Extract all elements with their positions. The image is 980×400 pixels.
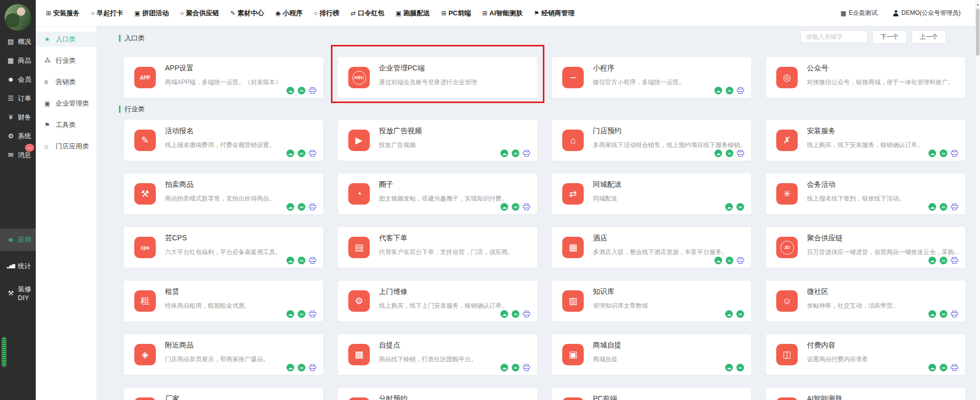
- topnav-item-AI智能测肤[interactable]: ⊞AI智能测肤: [482, 9, 522, 18]
- sidebar-item-订单[interactable]: ☰订单: [0, 89, 36, 108]
- cloud-download-icon[interactable]: ☁: [286, 310, 294, 318]
- cloud-download-icon[interactable]: ☁: [725, 364, 733, 371]
- link-icon[interactable]: ∞: [298, 310, 305, 318]
- cloud-download-icon[interactable]: ☁: [286, 203, 294, 211]
- link-icon[interactable]: ∞: [298, 364, 305, 371]
- browser-scrollbar[interactable]: ▲: [975, 0, 980, 400]
- app-card-活动报名[interactable]: ✎活动报名线上报名缴纳费用，付费金额营销设置。☁∞: [124, 120, 323, 161]
- prev-button[interactable]: 上一个: [912, 30, 946, 44]
- printer-icon[interactable]: [523, 204, 530, 210]
- search-input[interactable]: [800, 30, 868, 43]
- topnav-item-口令红包[interactable]: ⇄口令红包: [351, 9, 385, 18]
- avatar[interactable]: [5, 4, 31, 31]
- cloud-download-icon[interactable]: ☁: [286, 257, 294, 264]
- topnav-item-跑腿配送[interactable]: ▣跑腿配送: [396, 9, 430, 18]
- app-card-PC前端[interactable]: PCPC前端: [552, 388, 751, 400]
- link-icon[interactable]: ∞: [940, 203, 947, 211]
- link-icon[interactable]: ∞: [512, 203, 519, 211]
- link-icon[interactable]: ∞: [512, 149, 519, 157]
- cloud-download-icon[interactable]: ☁: [928, 149, 936, 157]
- user-menu[interactable]: DEMO(公众号管理员): [893, 9, 961, 17]
- catnav-item-门店应用类[interactable]: ⌂门店应用类: [36, 139, 97, 154]
- link-icon[interactable]: ∞: [940, 149, 947, 157]
- catnav-item-企业管理类[interactable]: ▣企业管理类: [36, 96, 97, 111]
- sidebar-item-应用[interactable]: ❖应用: [0, 229, 36, 251]
- sidebar-item-商品[interactable]: ▦商品: [0, 51, 36, 70]
- printer-icon[interactable]: [309, 257, 316, 264]
- link-icon[interactable]: ∞: [298, 203, 305, 211]
- printer-icon[interactable]: [951, 311, 958, 317]
- link-icon[interactable]: ∞: [298, 149, 305, 157]
- link-icon[interactable]: ∞: [298, 257, 305, 264]
- app-card-门店预约[interactable]: ⌂门店预约多商家线下活动组合销售，线上预约项目线下服务核销。☁∞: [552, 120, 751, 161]
- app-card-APP设置[interactable]: APPAPP设置商城APP端，多端统一运营。（封装版本）☁∞: [124, 57, 323, 98]
- cloud-download-icon[interactable]: ☁: [725, 203, 733, 211]
- app-card-投放广告视频[interactable]: ▶投放广告视频投放广告视频☁∞: [338, 120, 537, 161]
- app-card-芸CPS[interactable]: cps芸CPS六大平台红包福利，平台必备高返佣工具。☁∞: [124, 227, 323, 268]
- cloud-download-icon[interactable]: ☁: [725, 310, 733, 318]
- app-card-上门维修[interactable]: ⚙上门维修线上购买，线下上门安装服务，核销确认订单。☁∞: [338, 281, 537, 321]
- printer-icon[interactable]: [523, 364, 530, 371]
- sidebar-item-统计[interactable]: ▂▅▇统计: [0, 257, 36, 276]
- cloud-download-icon[interactable]: ☁: [714, 257, 722, 264]
- app-card-聚合供应链[interactable]: JD聚合供应链百万货源供应一键进货，自营商品一键推送云仓，采购...☁∞: [766, 227, 965, 268]
- app-card-付费内容[interactable]: ◫付费内容设置商品付费内容查看☁∞: [766, 334, 965, 375]
- printer-icon[interactable]: [523, 311, 530, 317]
- app-card-知识库[interactable]: ▥知识库管理知识库文章数据☁∞: [552, 281, 751, 321]
- printer-icon[interactable]: [309, 204, 316, 210]
- scroll-indicator[interactable]: [2, 337, 7, 367]
- app-card-小程序[interactable]: ∽小程序微信官方小程序，多端统一运营。☁∞: [552, 57, 751, 98]
- catnav-item-入口类[interactable]: ★入口类: [36, 32, 97, 47]
- scrollbar-up-arrow[interactable]: ▲: [975, 0, 980, 6]
- printer-icon[interactable]: [951, 257, 958, 264]
- printer-icon[interactable]: [951, 364, 958, 371]
- app-card-微社区[interactable]: ☺微社区发帖种草，社交互动，活跃带货。☁∞: [766, 281, 965, 321]
- app-card-圈子[interactable]: ◔圈子图文视频发帖，搭建兴趣圈子，实现知识付费。☁∞: [338, 173, 537, 214]
- cloud-download-icon[interactable]: ☁: [500, 149, 508, 157]
- printer-icon[interactable]: [951, 150, 958, 157]
- cloud-download-icon[interactable]: ☁: [928, 257, 936, 264]
- printer-icon[interactable]: [951, 204, 958, 210]
- app-card-安装服务[interactable]: ✗安装服务线上购买，线下安装服务，核销确认订单。☁∞: [766, 120, 965, 161]
- cloud-download-icon[interactable]: ☁: [500, 203, 508, 211]
- printer-icon[interactable]: [737, 87, 744, 94]
- printer-icon[interactable]: [737, 257, 744, 264]
- app-card-附近商品[interactable]: ◈附近商品门店商品首页展示，帮商家推广爆品。☁∞: [124, 334, 323, 375]
- topnav-item-经销商管理[interactable]: ⚑经销商管理: [534, 9, 575, 18]
- link-icon[interactable]: ∞: [736, 364, 744, 371]
- link-icon[interactable]: ∞: [726, 257, 733, 264]
- scrollbar-thumb[interactable]: [976, 9, 979, 56]
- topnav-item-排行榜[interactable]: ○排行榜: [314, 9, 339, 18]
- link-icon[interactable]: ∞: [736, 310, 744, 318]
- cloud-download-icon[interactable]: ☁: [928, 364, 936, 371]
- link-icon[interactable]: ∞: [940, 364, 947, 371]
- app-card-租赁[interactable]: 租租赁特殊商品租用，租期租金优惠。☁∞: [124, 281, 323, 321]
- printer-icon[interactable]: [309, 150, 316, 157]
- link-icon[interactable]: ∞: [512, 310, 519, 318]
- cloud-download-icon[interactable]: ☁: [500, 310, 508, 318]
- catnav-item-行业类[interactable]: ⁂行业类: [36, 53, 97, 68]
- sidebar-item-会员[interactable]: ☻会员: [0, 70, 36, 89]
- topnav-item-PC前端[interactable]: ⊞PC前端: [441, 9, 471, 18]
- sidebar-item-装修DIY[interactable]: ⚒装修DIY: [0, 284, 36, 303]
- app-card-分时预约[interactable]: ◷分时预约: [338, 388, 537, 400]
- app-card-公众号[interactable]: ◎公众号对接微信公众号，链接商城，便于一体化管理和推广。: [766, 57, 965, 98]
- sidebar-item-消息[interactable]: ✉消息...: [0, 145, 36, 164]
- link-icon[interactable]: ∞: [736, 203, 744, 211]
- cloud-download-icon[interactable]: ☁: [928, 310, 936, 318]
- app-card-自提点[interactable]: ▩自提点商品线下核销，打造社区团购平台。☁∞: [338, 334, 537, 375]
- catnav-item-营销类[interactable]: ¤营销类: [36, 74, 97, 90]
- catnav-item-工具类[interactable]: ⚑工具类: [36, 117, 97, 133]
- cloud-download-icon[interactable]: ☁: [714, 149, 722, 157]
- app-card-厂家[interactable]: ⌂厂家: [124, 388, 323, 400]
- topnav-item-拼团活动[interactable]: ▣拼团活动: [134, 9, 169, 18]
- app-card-会务活动[interactable]: ✳会务活动线上报名线下签到，链接线下活动。☁∞: [766, 173, 965, 214]
- topnav-item-聚合供应链[interactable]: ○聚合供应链: [180, 9, 219, 18]
- topnav-item-早起打卡[interactable]: ○早起打卡: [91, 9, 123, 18]
- cloud-download-icon[interactable]: ☁: [286, 364, 294, 371]
- app-card-同城配送[interactable]: ⇄同城配送同城配送☁∞: [552, 173, 751, 214]
- cloud-download-icon[interactable]: ☁: [928, 203, 936, 211]
- link-icon[interactable]: ∞: [940, 257, 947, 264]
- app-card-商城自提[interactable]: ▣商城自提商城自提☁∞: [552, 334, 751, 375]
- printer-icon[interactable]: [523, 150, 530, 157]
